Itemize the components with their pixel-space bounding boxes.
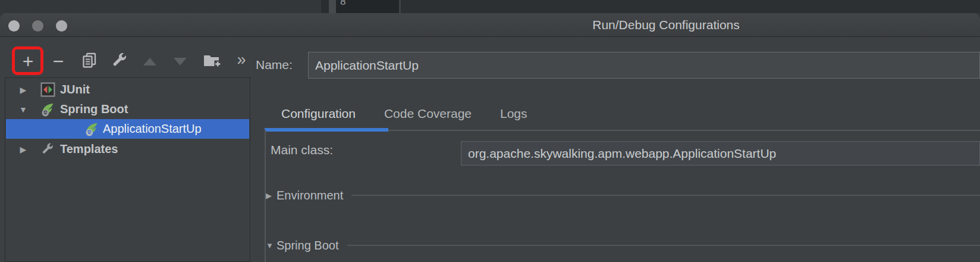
- zoom-button[interactable]: [56, 20, 67, 32]
- run-debug-configurations-dialog: Run/Debug Configurations + −: [0, 13, 980, 262]
- configurations-tree: ▶ JUnit ▼: [5, 77, 250, 262]
- name-input[interactable]: [308, 52, 980, 79]
- chevron-down-icon[interactable]: ▼: [17, 105, 30, 114]
- editor-gutter: 8: [336, 0, 399, 13]
- double-chevron-icon: »: [237, 51, 244, 73]
- wrench-icon: [40, 142, 55, 157]
- plus-icon: +: [23, 51, 34, 72]
- section-spring-boot[interactable]: ▼ Spring Boot: [266, 238, 980, 252]
- close-button[interactable]: [8, 20, 20, 32]
- chevron-down-icon: ▼: [266, 241, 277, 250]
- editor-area: [401, 0, 980, 13]
- separator-line: [347, 245, 980, 246]
- title-bar[interactable]: Run/Debug Configurations: [0, 13, 980, 37]
- tab-code-coverage[interactable]: Code Coverage: [384, 107, 472, 121]
- section-label: Environment: [277, 189, 343, 202]
- spring-boot-icon: [40, 102, 55, 117]
- active-tab-indicator: [265, 128, 388, 132]
- spring-boot-icon: [84, 121, 99, 137]
- section-environment[interactable]: ▶ Environment: [266, 188, 980, 202]
- screen: 8 Run/Debug Configurations + −: [0, 0, 980, 262]
- new-folder-button[interactable]: [201, 51, 222, 72]
- dialog-title: Run/Debug Configurations: [592, 18, 740, 32]
- junit-icon: [40, 82, 55, 98]
- main-class-label: Main class:: [271, 143, 333, 157]
- main-class-input[interactable]: [461, 141, 980, 166]
- move-down-button[interactable]: [169, 51, 191, 72]
- arrow-up-icon: [143, 58, 156, 66]
- copy-icon: [81, 52, 98, 71]
- tab-configuration[interactable]: Configuration: [281, 107, 356, 121]
- remove-button[interactable]: −: [48, 51, 69, 72]
- tree-item-applicationstartup[interactable]: ApplicationStartUp: [6, 119, 249, 139]
- more-actions-button[interactable]: »: [230, 51, 252, 72]
- separator-line: [351, 195, 980, 196]
- move-up-button[interactable]: [139, 51, 161, 72]
- folder-plus-icon: [203, 52, 221, 71]
- edit-templates-button[interactable]: [109, 51, 130, 72]
- tab-bar: Configuration Code Coverage Logs: [281, 107, 527, 121]
- tree-item-templates[interactable]: ▶ Templates: [6, 139, 249, 159]
- editor-gutter-divider: [321, 0, 329, 13]
- panel-border-top: [388, 130, 980, 131]
- add-button[interactable]: +: [17, 51, 39, 72]
- tree-item-junit[interactable]: ▶ JUnit: [6, 80, 249, 99]
- chevron-right-icon[interactable]: ▶: [17, 85, 30, 95]
- background-editor-strip: 8: [0, 0, 980, 13]
- chevron-right-icon: ▶: [266, 191, 277, 200]
- copy-configuration-button[interactable]: [78, 51, 100, 72]
- editor-line-number: 8: [340, 0, 345, 8]
- section-label: Spring Boot: [277, 239, 339, 252]
- chevron-right-icon[interactable]: ▶: [17, 145, 30, 154]
- tree-item-label: ApplicationStartUp: [103, 122, 202, 136]
- arrow-down-icon: [174, 58, 187, 66]
- tree-item-label: Spring Boot: [60, 102, 128, 116]
- name-label: Name:: [256, 58, 293, 72]
- editor-scrollbar: [329, 0, 336, 13]
- tab-logs[interactable]: Logs: [500, 107, 527, 121]
- minus-icon: −: [53, 51, 64, 72]
- tree-item-label: JUnit: [60, 83, 90, 96]
- tree-item-spring-boot[interactable]: ▼ Spring Boot: [6, 99, 249, 119]
- wrench-icon: [111, 52, 128, 71]
- minimize-button[interactable]: [32, 20, 43, 32]
- tree-item-label: Templates: [60, 142, 118, 156]
